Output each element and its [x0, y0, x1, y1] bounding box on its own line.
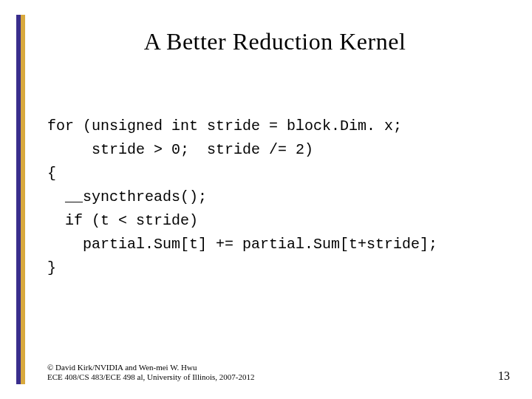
slide-title: A Better Reduction Kernel [47, 28, 502, 55]
code-line: stride > 0; stride /= 2) [47, 141, 313, 158]
code-line: partial.Sum[t] += partial.Sum[t+stride]; [47, 236, 437, 253]
footer: © David Kirk/NVIDIA and Wen-mei W. Hwu E… [47, 363, 510, 383]
code-line: } [47, 259, 56, 276]
credit-line: ECE 408/CS 483/ECE 498 al, University of… [47, 372, 255, 383]
code-line: { [47, 165, 56, 182]
page-number: 13 [498, 369, 510, 383]
footer-credits: © David Kirk/NVIDIA and Wen-mei W. Hwu E… [47, 363, 255, 383]
credit-line: © David Kirk/NVIDIA and Wen-mei W. Hwu [47, 363, 255, 373]
left-accent-bars [16, 15, 25, 384]
code-line: __syncthreads(); [47, 188, 207, 205]
code-line: if (t < stride) [47, 212, 198, 229]
code-block: for (unsigned int stride = block.Dim. x;… [47, 91, 502, 304]
code-line: for (unsigned int stride = block.Dim. x; [47, 117, 402, 134]
slide-content: A Better Reduction Kernel for (unsigned … [25, 15, 517, 384]
